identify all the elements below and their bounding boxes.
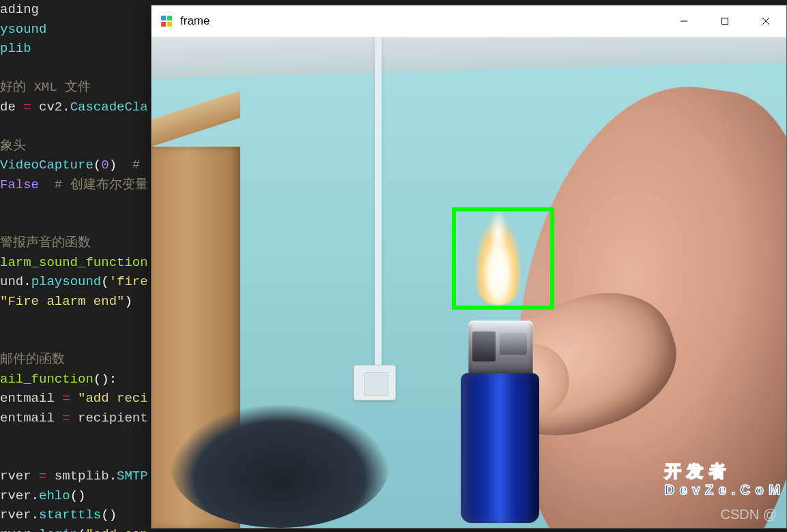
window-title: frame: [180, 14, 210, 28]
wall-socket: [354, 365, 396, 400]
devze-watermark-bottom: D e v Z e . C o M: [665, 482, 781, 498]
cable-trunking: [375, 38, 382, 372]
minimize-button[interactable]: [663, 5, 704, 38]
minimize-icon: [680, 17, 688, 25]
maximize-button[interactable]: [704, 5, 745, 38]
camera-frame: 开 发 者 D e v Z e . C o M CSDN @: [152, 38, 786, 528]
foreground-shadow: [171, 405, 389, 528]
svg-rect-1: [722, 18, 728, 25]
devze-watermark: 开 发 者 D e v Z e . C o M: [665, 460, 781, 498]
devze-watermark-top: 开 发 者: [665, 460, 781, 482]
detection-bounding-box: [452, 207, 554, 310]
titlebar[interactable]: frame: [152, 5, 786, 38]
close-icon: [762, 17, 770, 25]
close-button[interactable]: [745, 5, 786, 38]
lighter-body: [461, 373, 539, 523]
opencv-window: frame 开 发 者: [151, 5, 787, 529]
maximize-icon: [721, 17, 729, 25]
opencv-app-icon: [161, 16, 172, 27]
csdn-watermark: CSDN @: [720, 507, 777, 522]
